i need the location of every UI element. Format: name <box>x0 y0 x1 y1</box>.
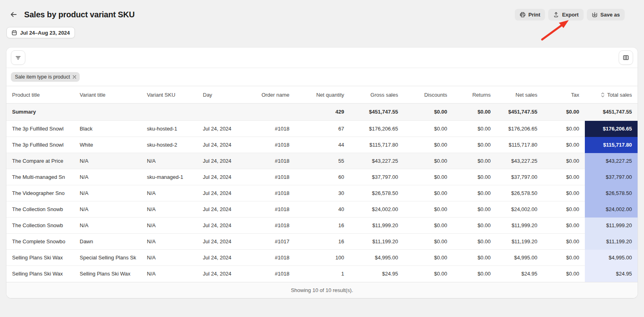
cell-gross-sales: $11,199.20 <box>350 234 404 250</box>
cell-order-name: #1018 <box>251 169 295 185</box>
export-button[interactable]: Export <box>548 9 583 21</box>
table-row[interactable]: The Collection Snowb N/A N/A Jul 24, 202… <box>6 201 638 218</box>
cell-discounts: $0.00 <box>404 137 453 153</box>
table-row[interactable]: Selling Plans Ski Wax Selling Plans Ski … <box>6 266 638 282</box>
header-cell-variant-title[interactable]: Variant title <box>74 92 141 98</box>
cell-net-quantity: 44 <box>295 137 350 153</box>
cell-net-sales: $43,227.25 <box>496 153 543 169</box>
print-button[interactable]: Print <box>515 9 545 21</box>
cell-total-sales: $24,002.00 <box>585 201 638 218</box>
cell-variant-sku: N/A <box>141 266 197 282</box>
date-range-chip[interactable]: Jul 24–Aug 23, 2024 <box>6 27 75 38</box>
cell-tax: $0.00 <box>543 201 585 218</box>
header-cell-variant-sku[interactable]: Variant SKU <box>141 92 197 98</box>
summary-net-sales: $451,747.55 <box>496 104 543 120</box>
header-cell-gross-sales[interactable]: Gross sales <box>350 92 404 98</box>
cell-net-quantity: 67 <box>295 121 350 137</box>
header-cell-discounts[interactable]: Discounts <box>404 92 453 98</box>
save-as-icon <box>592 12 598 18</box>
table-row[interactable]: The 3p Fulfilled Snowl Black sku-hosted-… <box>6 121 638 137</box>
cell-total-sales: $11,999.20 <box>585 218 638 234</box>
cell-tax: $0.00 <box>543 250 585 266</box>
cell-discounts: $0.00 <box>404 234 453 250</box>
cell-variant-title: N/A <box>74 185 141 201</box>
cell-order-name: #1017 <box>251 234 295 250</box>
cell-gross-sales: $176,206.65 <box>350 121 404 137</box>
summary-total-sales: $451,747.55 <box>585 104 638 120</box>
cell-net-quantity: 1 <box>295 266 350 282</box>
header-cell-tax[interactable]: Tax <box>543 92 585 98</box>
summary-label: Summary <box>6 104 74 120</box>
cell-total-sales: $43,227.25 <box>585 153 638 169</box>
cell-returns: $0.00 <box>453 218 496 234</box>
print-button-label: Print <box>528 12 541 18</box>
columns-button[interactable] <box>619 50 633 65</box>
filter-tag-label: Sale item type is product <box>15 74 70 80</box>
cell-order-name: #1018 <box>251 218 295 234</box>
header-cell-returns[interactable]: Returns <box>453 92 496 98</box>
cell-product-title: The Compare at Price <box>6 153 74 169</box>
cell-variant-title: Selling Plans Ski Wax <box>74 266 141 282</box>
table-row[interactable]: The 3p Fulfilled Snowl White sku-hosted-… <box>6 137 638 153</box>
cell-day: Jul 24, 2024 <box>197 201 251 218</box>
cell-order-name: #1018 <box>251 250 295 266</box>
cell-variant-title: White <box>74 137 141 153</box>
cell-discounts: $0.00 <box>404 201 453 218</box>
applied-filters-row: Sale item type is product <box>6 68 638 86</box>
cell-net-sales: $11,199.20 <box>496 234 543 250</box>
cell-order-name: #1018 <box>251 121 295 137</box>
cell-discounts: $0.00 <box>404 153 453 169</box>
header-cell-product-title[interactable]: Product title <box>6 92 74 98</box>
table-row[interactable]: Selling Plans Ski Wax Special Selling Pl… <box>6 250 638 266</box>
cell-total-sales: $37,797.00 <box>585 169 638 185</box>
filter-tag[interactable]: Sale item type is product <box>11 72 80 82</box>
filter-button[interactable] <box>11 50 25 65</box>
table-row[interactable]: The Multi-managed Sn N/A sku-managed-1 J… <box>6 169 638 185</box>
date-range-label: Jul 24–Aug 23, 2024 <box>20 30 70 36</box>
cell-total-sales: $176,206.65 <box>585 121 638 137</box>
header-cell-net-quantity[interactable]: Net quantity <box>295 92 350 98</box>
table-row[interactable]: The Compare at Price N/A N/A Jul 24, 202… <box>6 153 638 169</box>
header-cell-total-sales[interactable]: Total sales <box>585 92 638 98</box>
cell-variant-sku: N/A <box>141 250 197 266</box>
columns-icon <box>623 54 629 61</box>
cell-day: Jul 24, 2024 <box>197 234 251 250</box>
cell-net-quantity: 16 <box>295 218 350 234</box>
back-button[interactable] <box>10 10 18 19</box>
table-row[interactable]: The Videographer Sno N/A N/A Jul 24, 202… <box>6 185 638 201</box>
summary-net-quantity: 429 <box>295 104 350 120</box>
cell-discounts: $0.00 <box>404 266 453 282</box>
cell-gross-sales: $4,995.00 <box>350 250 404 266</box>
summary-tax: $0.00 <box>543 104 585 120</box>
cell-discounts: $0.00 <box>404 218 453 234</box>
save-as-button[interactable]: Save as <box>587 9 625 21</box>
cell-net-sales: $11,999.20 <box>496 218 543 234</box>
table-row[interactable]: The Collection Snowb N/A N/A Jul 24, 202… <box>6 218 638 234</box>
header-cell-net-sales[interactable]: Net sales <box>496 92 543 98</box>
cell-net-sales: $24.95 <box>496 266 543 282</box>
cell-total-sales: $26,578.50 <box>585 185 638 201</box>
cell-tax: $0.00 <box>543 169 585 185</box>
table-row[interactable]: The Complete Snowbo Dawn N/A Jul 24, 202… <box>6 234 638 250</box>
results-count: Showing 10 of 10 result(s). <box>291 287 353 293</box>
cell-net-quantity: 100 <box>295 250 350 266</box>
table-footer: Showing 10 of 10 result(s). <box>6 282 638 298</box>
cell-product-title: The Multi-managed Sn <box>6 169 74 185</box>
report-table: Product title Variant title Variant SKU … <box>6 86 638 298</box>
header-cell-order-name[interactable]: Order name <box>251 92 295 98</box>
cell-day: Jul 24, 2024 <box>197 153 251 169</box>
export-icon <box>553 12 559 18</box>
cell-net-quantity: 16 <box>295 234 350 250</box>
cell-variant-sku: sku-hosted-2 <box>141 137 197 153</box>
date-filter-row: Jul 24–Aug 23, 2024 <box>6 27 638 38</box>
cell-returns: $0.00 <box>453 185 496 201</box>
header-cell-day[interactable]: Day <box>197 92 251 98</box>
table-body: The 3p Fulfilled Snowl Black sku-hosted-… <box>6 121 638 282</box>
filter-tag-remove-icon[interactable] <box>72 75 76 79</box>
table-header: Product title Variant title Variant SKU … <box>6 86 638 104</box>
cell-day: Jul 24, 2024 <box>197 218 251 234</box>
cell-order-name: #1018 <box>251 201 295 218</box>
cell-gross-sales: $43,227.25 <box>350 153 404 169</box>
report-card: Sale item type is product Product title … <box>6 48 638 298</box>
cell-day: Jul 24, 2024 <box>197 121 251 137</box>
